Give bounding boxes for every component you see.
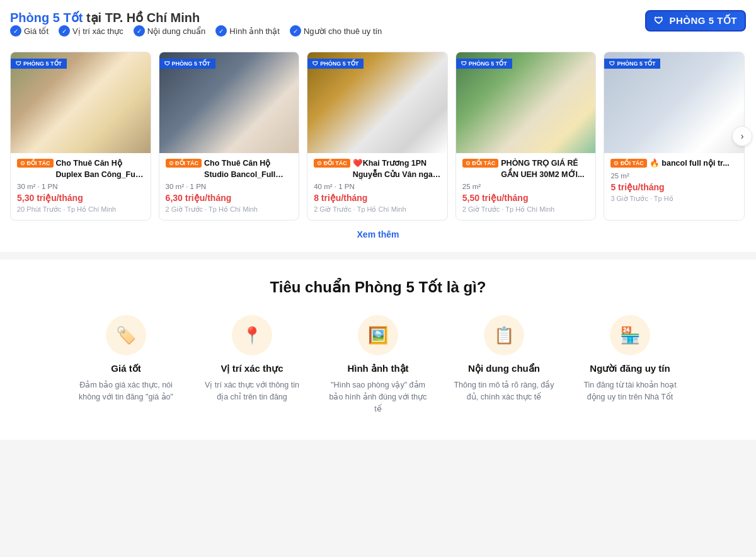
listing-info: ⊙ ĐỐI TÁC PHÒNG TRỌ GIÁ RẺ GẦN UEH 30M2 …: [456, 153, 596, 220]
standard-desc: "Hình sao phòng vậy" đảm bảo hình ảnh đú…: [325, 379, 431, 415]
listing-tag-title: ⊙ ĐỐI TÁC Cho Thuê Căn Hộ Duplex Ban Côn…: [17, 158, 144, 180]
listing-meta: 30 m² · 1 PN: [166, 183, 293, 190]
standard-icon: 🏪: [610, 315, 650, 355]
listing-price: 5,30 triệu/tháng: [17, 193, 144, 203]
listing-image: 🛡 PHÒNG 5 TỐT: [456, 52, 596, 153]
check-icon: ✓: [290, 25, 301, 37]
listing-meta: 40 m² · 1 PN: [314, 183, 441, 190]
check-icon: ✓: [215, 25, 227, 37]
standards-title: Tiêu chuẩn Phòng 5 Tốt là gì?: [10, 278, 746, 296]
standard-item-nguoi-dang: 🏪 Người đăng uy tín Tin đăng từ tài khoả…: [567, 315, 693, 415]
badge-label: Người cho thuê uy tín: [304, 26, 382, 36]
listing-image: 🛡 PHÒNG 5 TỐT: [307, 52, 447, 153]
xem-them-button[interactable]: Xem thêm: [10, 229, 746, 239]
badge-label: Hình ảnh thật: [229, 26, 280, 36]
doi-tac-tag: ⊙ ĐỐI TÁC: [610, 159, 647, 168]
listing-card[interactable]: 🛡 PHÒNG 5 TỐT ⊙ ĐỐI TÁC PHÒNG TRỌ GIÁ RẺ…: [455, 52, 597, 221]
standard-desc: Thông tin mô tả rõ ràng, đầy đủ, chính x…: [451, 379, 557, 403]
listing-card[interactable]: 🛡 PHÒNG 5 TỐT ⊙ ĐỐI TÁC Cho Thuê Căn Hộ …: [10, 52, 151, 221]
shield-icon: 🛡: [461, 60, 467, 67]
listing-image: 🛡 PHÒNG 5 TỐT: [159, 52, 299, 153]
listing-time-location: 20 Phút Trước · Tp Hồ Chí Minh: [17, 205, 144, 214]
standard-name: Người đăng uy tín: [577, 363, 683, 374]
listing-meta: 25 m²: [462, 183, 590, 190]
listing-card[interactable]: 🛡 PHÒNG 5 TỐT ⊙ ĐỐI TÁC Cho Thuê Căn Hộ …: [159, 52, 300, 221]
badge-hinh-anh: ✓ Hình ảnh thật: [215, 25, 280, 37]
doi-tac-tag: ⊙ ĐỐI TÁC: [17, 159, 54, 168]
doi-tac-tag: ⊙ ĐỐI TÁC: [462, 159, 499, 168]
listing-tag-title: ⊙ ĐỐI TÁC 🔥 bancol full nội tr...: [610, 158, 738, 169]
phong5tot-label: PHÒNG 5 TỐT: [469, 60, 507, 67]
section-header: Phòng 5 Tốt tại TP. Hồ Chí Minh ✓ Giá tố…: [10, 10, 746, 45]
listing-tag-title: ⊙ ĐỐI TÁC Cho Thuê Căn Hộ Studio Bancol_…: [166, 158, 293, 180]
standard-item-gia-tot: 🏷️ Giá tốt Đảm bảo giá xác thực, nói khô…: [63, 315, 189, 415]
title-suffix: tại TP. Hồ Chí Minh: [83, 11, 200, 25]
listing-info: ⊙ ĐỐI TÁC ❤️Khai Trương 1PN Nguyễn Cửu V…: [307, 153, 447, 220]
badge-label: Giá tốt: [24, 26, 49, 36]
listing-info: ⊙ ĐỐI TÁC Cho Thuê Căn Hộ Duplex Ban Côn…: [11, 153, 151, 220]
standard-icon: 🏷️: [106, 315, 146, 355]
logo-text: PHÒNG 5 TỐT: [669, 15, 737, 26]
badge-nguoi-thue: ✓ Người cho thuê uy tín: [290, 25, 382, 37]
phong5tot-logo: 🛡 PHÒNG 5 TỐT: [645, 10, 746, 32]
listing-time-location: 3 Giờ Trước · Tp Hồ: [610, 195, 738, 203]
badges-row: ✓ Giá tốt ✓ Vị trí xác thực ✓ Nội dung c…: [10, 25, 382, 37]
check-icon: ✓: [10, 25, 21, 37]
doi-tac-tag: ⊙ ĐỐI TÁC: [314, 159, 350, 168]
listing-time-location: 2 Giờ Trước · Tp Hồ Chí Minh: [314, 205, 441, 214]
header-left: Phòng 5 Tốt tại TP. Hồ Chí Minh ✓ Giá tố…: [10, 10, 382, 45]
listing-tag-title: ⊙ ĐỐI TÁC PHÒNG TRỌ GIÁ RẺ GẦN UEH 30M2 …: [462, 158, 590, 180]
phong5tot-label: PHÒNG 5 TỐT: [172, 60, 210, 67]
listings-scroll: 🛡 PHÒNG 5 TỐT ⊙ ĐỐI TÁC Cho Thuê Căn Hộ …: [10, 52, 746, 221]
doi-tac-tag: ⊙ ĐỐI TÁC: [166, 159, 202, 168]
listings-wrapper: 🛡 PHÒNG 5 TỐT ⊙ ĐỐI TÁC Cho Thuê Căn Hộ …: [10, 52, 746, 221]
standard-icon: 📋: [484, 315, 524, 355]
badge-label: Nội dung chuẩn: [147, 26, 206, 36]
phong5tot-badge-overlay: 🛡 PHÒNG 5 TỐT: [604, 59, 660, 69]
listing-meta: 25 m²: [610, 172, 738, 180]
listing-title: Cho Thuê Căn Hộ Duplex Ban Công_Full Nội…: [56, 158, 144, 180]
standard-item-noi-dung: 📋 Nội dung chuẩn Thông tin mô tả rõ ràng…: [441, 315, 567, 415]
shield-icon: 🛡: [164, 60, 170, 67]
shield-icon: 🛡: [312, 60, 318, 67]
standard-item-vi-tri: 📍 Vị trí xác thực Vị trí xác thực với th…: [189, 315, 315, 415]
standard-name: Vị trí xác thực: [199, 363, 305, 374]
listing-meta: 30 m² · 1 PN: [17, 183, 144, 190]
check-icon: ✓: [59, 25, 70, 37]
listing-time-location: 2 Giờ Trước · Tp Hồ Chí Minh: [166, 205, 293, 214]
check-icon: ✓: [134, 25, 145, 37]
phong5tot-label: PHÒNG 5 TỐT: [617, 60, 655, 67]
next-arrow[interactable]: ›: [732, 126, 752, 146]
standard-icon: 🖼️: [358, 315, 398, 355]
phong5tot-badge-overlay: 🛡 PHÒNG 5 TỐT: [11, 59, 67, 69]
badge-vi-tri: ✓ Vị trí xác thực: [59, 25, 123, 37]
badge-label: Vị trí xác thực: [72, 26, 123, 36]
badge-gia-tot: ✓ Giá tốt: [10, 25, 49, 37]
shield-icon: 🛡: [609, 60, 615, 67]
listing-info: ⊙ ĐỐI TÁC Cho Thuê Căn Hộ Studio Bancol_…: [159, 153, 299, 220]
standard-icon: 📍: [232, 315, 272, 355]
phong5tot-section: Phòng 5 Tốt tại TP. Hồ Chí Minh ✓ Giá tố…: [0, 0, 756, 252]
standard-name: Hình ảnh thật: [325, 363, 431, 374]
listing-image: 🛡 PHÒNG 5 TỐT: [11, 52, 151, 153]
standard-name: Giá tốt: [73, 363, 179, 374]
shield-icon: 🛡: [654, 15, 664, 26]
badge-noi-dung: ✓ Nội dung chuẩn: [134, 25, 206, 37]
listing-title: Cho Thuê Căn Hộ Studio Bancol_Full NT_Rộ…: [204, 158, 292, 180]
listing-card[interactable]: 🛡 PHÒNG 5 TỐT ⊙ ĐỐI TÁC ❤️Khai Trương 1P…: [307, 52, 448, 221]
listing-image: 🛡 PHÒNG 5 TỐT: [604, 52, 744, 153]
listing-price: 5 triệu/tháng: [610, 182, 738, 192]
listing-tag-title: ⊙ ĐỐI TÁC ❤️Khai Trương 1PN Nguyễn Cửu V…: [314, 158, 441, 180]
listing-card[interactable]: 🛡 PHÒNG 5 TỐT ⊙ ĐỐI TÁC 🔥 bancol full nộ…: [604, 52, 745, 221]
standards-section: Tiêu chuẩn Phòng 5 Tốt là gì? 🏷️ Giá tốt…: [0, 260, 756, 440]
title-highlight: Phòng 5 Tốt: [10, 11, 83, 25]
standards-grid: 🏷️ Giá tốt Đảm bảo giá xác thực, nói khô…: [10, 315, 746, 415]
listing-price: 6,30 triệu/tháng: [166, 193, 293, 203]
standard-name: Nội dung chuẩn: [451, 363, 557, 374]
phong5tot-badge-overlay: 🛡 PHÒNG 5 TỐT: [159, 59, 215, 69]
standard-desc: Tin đăng từ tài khoản hoạt động uy tín t…: [577, 379, 683, 403]
shield-icon: 🛡: [16, 60, 21, 67]
listing-price: 5,50 triệu/tháng: [462, 193, 590, 203]
listing-title: 🔥 bancol full nội tr...: [650, 158, 730, 169]
listing-time-location: 2 Giờ Trước · Tp Hồ Chí Minh: [462, 205, 590, 214]
